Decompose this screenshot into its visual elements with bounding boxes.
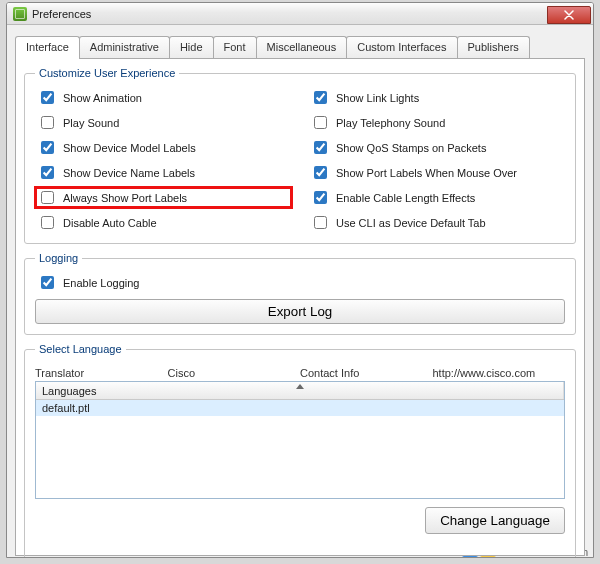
close-icon [564,10,574,20]
tab-row: Interface Administrative Hide Font Misce… [15,35,585,58]
close-button[interactable] [547,6,591,24]
sort-ascending-icon [296,384,304,389]
chk-play-sound[interactable]: Play Sound [35,112,292,133]
tab-publishers[interactable]: Publishers [457,36,530,58]
chk-enable-cable-length-effects-input[interactable] [314,191,327,204]
language-list-row[interactable]: default.ptl [36,400,564,416]
chk-play-sound-input[interactable] [41,116,54,129]
group-select-language: Select Language Translator Cisco Contact… [24,343,576,558]
chk-show-animation[interactable]: Show Animation [35,87,292,108]
chk-show-device-name-labels-input[interactable] [41,166,54,179]
chk-enable-cable-length-effects[interactable]: Enable Cable Length Effects [308,187,565,208]
tab-hide[interactable]: Hide [169,36,214,58]
group-logging: Logging Enable Logging Export Log [24,252,576,335]
tabpage-interface: Customize User Experience Show Animation… [15,58,585,556]
chk-enable-logging-input[interactable] [41,276,54,289]
lang-contact-label: Contact Info [300,367,433,379]
cux-right-column: Show Link Lights Play Telephony Sound Sh… [308,87,565,233]
chk-disable-auto-cable-input[interactable] [41,216,54,229]
tab-miscellaneous[interactable]: Miscellaneous [256,36,348,58]
tab-administrative[interactable]: Administrative [79,36,170,58]
export-log-button[interactable]: Export Log [35,299,565,324]
lang-cisco-label: Cisco [168,367,301,379]
chk-always-show-port-labels[interactable]: Always Show Port Labels [35,187,292,208]
chk-show-device-model-labels[interactable]: Show Device Model Labels [35,137,292,158]
lang-translator-label: Translator [35,367,168,379]
chk-use-cli-default-tab-input[interactable] [314,216,327,229]
app-icon [13,7,27,21]
change-language-button[interactable]: Change Language [425,507,565,534]
chk-show-link-lights[interactable]: Show Link Lights [308,87,565,108]
group-cux-legend: Customize User Experience [35,67,179,79]
preferences-window: Preferences Interface Administrative Hid… [6,2,594,558]
chk-show-device-name-labels[interactable]: Show Device Name Labels [35,162,292,183]
language-listview[interactable]: Languages default.ptl [35,381,565,499]
titlebar[interactable]: Preferences [7,3,593,25]
chk-show-qos-stamps[interactable]: Show QoS Stamps on Packets [308,137,565,158]
chk-show-animation-input[interactable] [41,91,54,104]
chk-show-link-lights-input[interactable] [314,91,327,104]
lang-text-row: Translator Cisco Contact Info http://www… [35,367,565,379]
group-logging-legend: Logging [35,252,82,264]
group-lang-legend: Select Language [35,343,126,355]
chk-enable-logging[interactable]: Enable Logging [35,272,565,293]
chk-play-telephony-sound[interactable]: Play Telephony Sound [308,112,565,133]
chk-show-port-labels-mouseover-input[interactable] [314,166,327,179]
chk-show-device-model-labels-input[interactable] [41,141,54,154]
language-list-header[interactable]: Languages [36,382,564,400]
tab-custom-interfaces[interactable]: Custom Interfaces [346,36,457,58]
group-customize-user-experience: Customize User Experience Show Animation… [24,67,576,244]
tab-font[interactable]: Font [213,36,257,58]
chk-always-show-port-labels-input[interactable] [41,191,54,204]
chk-disable-auto-cable[interactable]: Disable Auto Cable [35,212,292,233]
chk-play-telephony-sound-input[interactable] [314,116,327,129]
client-area: Interface Administrative Hide Font Misce… [7,25,593,557]
tab-interface[interactable]: Interface [15,36,80,59]
chk-show-port-labels-mouseover[interactable]: Show Port Labels When Mouse Over [308,162,565,183]
cux-left-column: Show Animation Play Sound Show Device Mo… [35,87,292,233]
chk-show-qos-stamps-input[interactable] [314,141,327,154]
chk-use-cli-default-tab[interactable]: Use CLI as Device Default Tab [308,212,565,233]
lang-url-label: http://www.cisco.com [433,367,566,379]
window-title: Preferences [32,8,91,20]
